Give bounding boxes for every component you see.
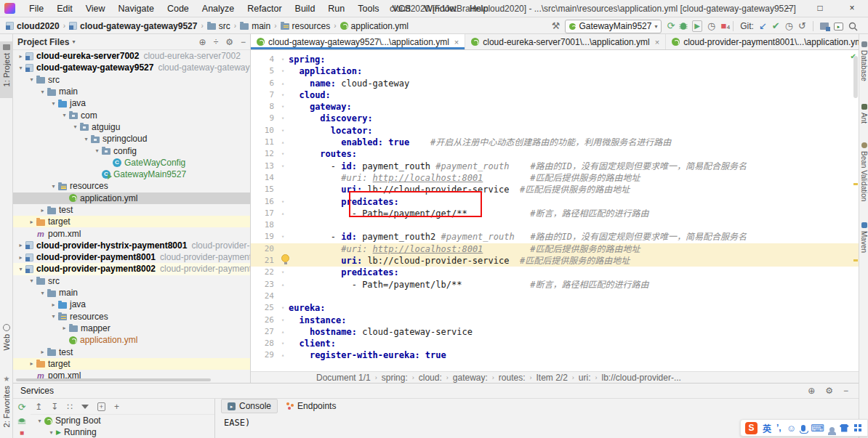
- git-commit-button[interactable]: ✔: [772, 21, 780, 31]
- tree-toggle-icon[interactable]: ▾: [27, 76, 36, 83]
- fold-marker-icon[interactable]: ▾: [277, 54, 289, 65]
- tree-toggle-icon[interactable]: ▸: [16, 53, 25, 60]
- tree-row-config[interactable]: ▾config: [13, 145, 250, 156]
- tree-row-cloud-provider-payment8002[interactable]: ▾cloud-provider-payment8002cloud-provide…: [13, 263, 250, 275]
- hide-panel-button[interactable]: −: [241, 37, 246, 47]
- handwriting-icon[interactable]: [829, 427, 835, 432]
- add-service-icon[interactable]: +: [114, 402, 119, 412]
- tree-row-main[interactable]: ▾main: [13, 287, 250, 299]
- tree-row-resources[interactable]: ▾resources: [13, 180, 250, 192]
- search-everywhere-icon[interactable]: [848, 22, 858, 31]
- yaml-breadcrumb-item[interactable]: Item 2/2: [537, 373, 568, 383]
- ime-language-indicator[interactable]: 英: [763, 422, 771, 434]
- tree-toggle-icon[interactable]: ▸: [27, 219, 36, 225]
- tree-toggle-icon[interactable]: ▾: [49, 313, 58, 320]
- tree-toggle-icon[interactable]: ▸: [16, 242, 25, 248]
- profiler-button[interactable]: ◷: [707, 21, 715, 31]
- tree-toggle-icon[interactable]: ▸: [38, 349, 47, 355]
- sogou-logo-icon[interactable]: S: [745, 422, 758, 434]
- fold-marker-icon[interactable]: ▴: [277, 279, 289, 291]
- microphone-icon[interactable]: [801, 425, 805, 431]
- debug-service-button[interactable]: [19, 418, 25, 422]
- project-view-select[interactable]: Project Files: [17, 37, 69, 47]
- tree-row-springcloud[interactable]: ▾springcloud: [13, 133, 250, 145]
- tab-console[interactable]: ▸Console: [221, 399, 278, 413]
- tree-row-application-yml[interactable]: application.yml: [13, 334, 250, 346]
- breadcrumb-item[interactable]: application.yml: [340, 21, 409, 31]
- tree-row-mapper[interactable]: ▸mapper: [13, 323, 250, 334]
- tree-toggle-icon[interactable]: ▾: [47, 429, 56, 436]
- fold-marker-icon[interactable]: ▾: [277, 302, 289, 314]
- tree-toggle-icon[interactable]: ▸: [16, 254, 25, 261]
- breadcrumb-item[interactable]: resources: [281, 21, 331, 31]
- settings-gear-icon[interactable]: ⚙: [825, 386, 833, 396]
- yaml-breadcrumb-item[interactable]: cloud:: [419, 373, 442, 383]
- fold-marker-icon[interactable]: ▾: [277, 89, 289, 101]
- project-structure-icon[interactable]: [820, 23, 829, 30]
- breadcrumb-item[interactable]: cloud-gateway-gateway9527: [69, 21, 197, 31]
- tool-button-ant[interactable]: Ant: [859, 101, 868, 130]
- fold-marker-icon[interactable]: ▴: [277, 349, 289, 361]
- fold-marker-icon[interactable]: ▾: [277, 196, 289, 208]
- fold-marker-icon[interactable]: ▾: [277, 101, 289, 113]
- tree-toggle-icon[interactable]: ▾: [71, 123, 80, 130]
- menu-item-code[interactable]: Code: [161, 0, 196, 17]
- tree-toggle-icon[interactable]: ▾: [81, 136, 91, 142]
- tree-toggle-icon[interactable]: ▸: [49, 301, 58, 308]
- tree-row-gatewayconfig[interactable]: CGateWayConfig: [13, 157, 250, 169]
- tree-row-cloud-eureka-server7002[interactable]: ▸cloud-eureka-server7002cloud-eureka-ser…: [13, 50, 250, 62]
- tree-row-src[interactable]: ▾src: [13, 74, 250, 86]
- run-configuration-select[interactable]: GatewayMain9527 ▾: [565, 20, 662, 33]
- group-by-icon[interactable]: ∷: [67, 402, 73, 412]
- menu-item-build[interactable]: Build: [289, 0, 322, 17]
- tab-endpoints[interactable]: Endpoints: [281, 400, 342, 413]
- fold-marker-icon[interactable]: ▾: [277, 148, 289, 160]
- hide-panel-button[interactable]: −: [843, 386, 848, 396]
- tree-toggle-icon[interactable]: ▾: [49, 100, 58, 107]
- close-tab-icon[interactable]: ×: [655, 38, 659, 46]
- locate-file-button[interactable]: ⊕: [199, 37, 206, 47]
- fold-marker-icon[interactable]: ▾: [277, 125, 289, 137]
- horizontal-scrollbar[interactable]: [16, 378, 211, 381]
- fold-marker-icon[interactable]: ▴: [277, 78, 289, 89]
- tree-row-target[interactable]: ▸target: [13, 358, 250, 370]
- close-tab-icon[interactable]: ×: [454, 38, 459, 46]
- debug-button[interactable]: [680, 23, 686, 30]
- menu-item-view[interactable]: View: [79, 0, 112, 17]
- close-button[interactable]: ×: [836, 0, 868, 17]
- tree-row-gatewaymain9527[interactable]: CGatewayMain9527: [13, 169, 250, 180]
- fold-marker-icon[interactable]: ▴: [277, 137, 289, 148]
- settings-gear-icon[interactable]: ⚙: [225, 37, 233, 47]
- tree-row-main[interactable]: ▾main: [13, 86, 250, 97]
- toolbox-icon[interactable]: [854, 424, 857, 427]
- fold-marker-icon[interactable]: ▾: [277, 231, 289, 243]
- stop-service-button[interactable]: ■: [20, 428, 24, 438]
- tree-row-target[interactable]: ▸target: [13, 216, 250, 227]
- tree-row-resources[interactable]: ▾resources: [13, 311, 250, 323]
- yaml-breadcrumb-item[interactable]: uri:: [579, 373, 591, 383]
- tree-toggle-icon[interactable]: ▾: [38, 89, 47, 95]
- tree-toggle-icon[interactable]: ▾: [49, 183, 58, 190]
- menu-item-refactor[interactable]: Refactor: [241, 0, 288, 17]
- tree-toggle-icon[interactable]: ▸: [38, 207, 47, 214]
- yaml-breadcrumb-item[interactable]: gateway:: [453, 373, 488, 383]
- git-update-button[interactable]: ↙: [759, 21, 767, 31]
- git-rollback-button[interactable]: ↺: [798, 21, 806, 31]
- menu-item-run[interactable]: Run: [321, 0, 351, 17]
- menu-item-edit[interactable]: Edit: [50, 0, 79, 17]
- editor-tab[interactable]: cloud-eureka-server7001\...\application.…: [465, 34, 666, 49]
- menu-item-analyze[interactable]: Analyze: [196, 0, 241, 17]
- collapse-all-icon[interactable]: ↧: [51, 402, 58, 412]
- ime-punctuation-indicator[interactable]: ’,: [776, 423, 781, 433]
- git-history-button[interactable]: ◷: [785, 21, 793, 31]
- tree-row-java[interactable]: ▾java: [13, 97, 250, 109]
- stop-button[interactable]: ■4: [720, 21, 726, 31]
- tree-row-cloud-provider-hystrix-payment8001[interactable]: ▸cloud-provider-hystrix-payment8001cloud…: [13, 240, 250, 251]
- warning-stripe-mark[interactable]: [853, 259, 858, 261]
- fold-marker-icon[interactable]: ▴: [277, 208, 289, 219]
- emoji-icon[interactable]: ☺: [787, 423, 796, 434]
- yaml-breadcrumb-item[interactable]: lb://cloud-provider-...: [602, 373, 681, 383]
- tree-toggle-icon[interactable]: ▾: [38, 290, 47, 296]
- tool-button-database[interactable]: Database: [859, 38, 868, 91]
- tree-toggle-icon[interactable]: ▸: [60, 325, 69, 331]
